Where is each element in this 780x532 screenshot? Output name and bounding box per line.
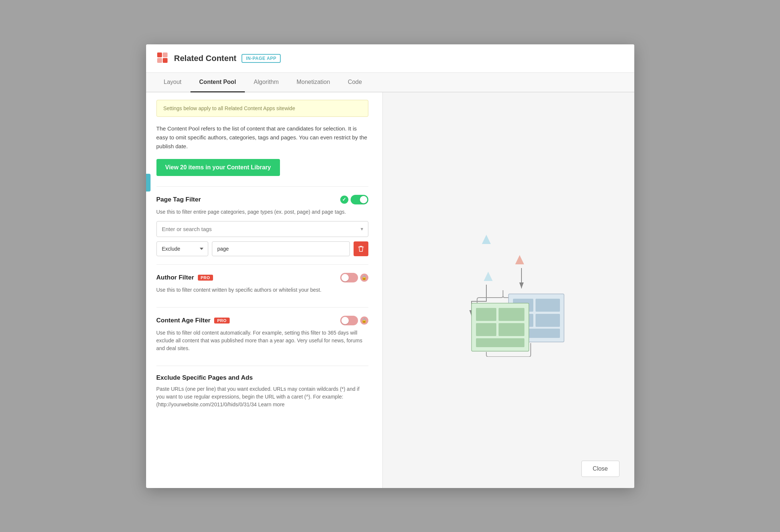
tab-layout[interactable]: Layout <box>155 73 190 92</box>
author-filter-title: Author Filter PRO <box>156 274 213 281</box>
content-age-lock-icon: 🔒 <box>360 316 368 325</box>
svg-rect-11 <box>536 299 560 312</box>
content-age-filter-header: Content Age Filter PRO 🔒 <box>156 316 368 325</box>
page-tag-toggle-container: ✓ <box>340 195 368 204</box>
content-age-pro-badge: PRO <box>214 318 229 323</box>
tab-monetization[interactable]: Monetization <box>288 73 339 92</box>
svg-rect-17 <box>499 308 524 321</box>
author-filter-section: Author Filter PRO 🔒 Use this to filter c… <box>156 264 368 307</box>
svg-rect-20 <box>476 338 524 347</box>
exclude-pages-title: Exclude Specific Pages and Ads <box>156 374 253 382</box>
author-toggle-container: 🔒 <box>340 273 368 282</box>
svg-rect-16 <box>476 308 496 321</box>
side-tab-indicator <box>146 174 151 192</box>
right-panel: Close <box>383 92 634 488</box>
svg-rect-2 <box>157 58 162 63</box>
exclude-pages-section: Exclude Specific Pages and Ads Paste URL… <box>156 366 368 422</box>
exclude-select[interactable]: Exclude Include <box>156 241 208 256</box>
svg-marker-5 <box>515 255 524 264</box>
author-filter-description: Use this to filter content written by sp… <box>156 286 368 294</box>
left-content: Settings below apply to all Related Cont… <box>146 92 382 429</box>
author-filter-toggle[interactable] <box>340 273 358 282</box>
svg-rect-18 <box>476 323 496 336</box>
info-banner: Settings below apply to all Related Cont… <box>156 100 368 117</box>
view-library-button[interactable]: View 20 items in your Content Library <box>156 159 280 176</box>
svg-rect-1 <box>163 52 168 57</box>
app-icon <box>156 52 170 65</box>
search-dropdown-arrow: ▾ <box>361 226 363 232</box>
content-age-filter-description: Use this to filter old content automatic… <box>156 329 368 352</box>
modal-header: Related Content IN-PAGE APP <box>146 44 634 73</box>
close-button-wrapper: Close <box>581 461 619 477</box>
left-panel: Settings below apply to all Related Cont… <box>146 92 383 488</box>
exclude-pages-header: Exclude Specific Pages and Ads <box>156 374 368 382</box>
filter-row: Exclude Include <box>156 241 368 256</box>
svg-rect-13 <box>536 314 560 327</box>
svg-marker-4 <box>482 235 491 244</box>
trash-icon <box>358 245 364 252</box>
filter-value-input[interactable] <box>212 241 350 256</box>
svg-rect-0 <box>157 52 162 57</box>
modal-title: Related Content <box>174 54 237 63</box>
svg-rect-19 <box>499 323 524 336</box>
tabs-bar: Layout Content Pool Algorithm Monetizati… <box>146 73 634 92</box>
page-tag-filter-description: Use this to filter entire page categorie… <box>156 208 368 216</box>
tab-algorithm[interactable]: Algorithm <box>245 73 288 92</box>
delete-filter-button[interactable] <box>354 241 368 256</box>
content-age-toggle-container: 🔒 <box>340 316 368 325</box>
svg-rect-3 <box>163 58 168 63</box>
tag-search-input[interactable] <box>156 221 368 237</box>
page-tag-filter-header: Page Tag Filter ✓ <box>156 195 368 204</box>
svg-marker-6 <box>484 272 493 281</box>
author-lock-icon: 🔒 <box>360 274 368 282</box>
tab-code[interactable]: Code <box>339 73 371 92</box>
author-filter-header: Author Filter PRO 🔒 <box>156 273 368 282</box>
exclude-pages-description: Paste URLs (one per line) that you want … <box>156 385 368 409</box>
page-tag-filter-section: Page Tag Filter ✓ Use this to filter ent… <box>156 186 368 264</box>
toggle-check-icon: ✓ <box>340 196 348 204</box>
modal: Related Content IN-PAGE APP Layout Conte… <box>146 44 634 488</box>
content-age-filter-section: Content Age Filter PRO 🔒 Use this to fil… <box>156 307 368 366</box>
content-age-filter-toggle[interactable] <box>340 316 358 325</box>
page-tag-filter-title: Page Tag Filter <box>156 196 201 203</box>
modal-body: Settings below apply to all Related Cont… <box>146 92 634 488</box>
in-page-badge: IN-PAGE APP <box>242 54 281 63</box>
close-button[interactable]: Close <box>581 461 619 477</box>
author-pro-badge: PRO <box>198 275 213 281</box>
tab-content-pool[interactable]: Content Pool <box>190 73 245 92</box>
diagram-svg <box>449 224 568 357</box>
page-tag-filter-toggle[interactable] <box>351 195 368 204</box>
tag-search-wrapper: ▾ <box>156 221 368 237</box>
content-age-filter-title: Content Age Filter PRO <box>156 317 230 324</box>
content-pool-description: The Content Pool refers to the list of c… <box>156 124 368 151</box>
modal-overlay: Related Content IN-PAGE APP Layout Conte… <box>0 0 780 532</box>
